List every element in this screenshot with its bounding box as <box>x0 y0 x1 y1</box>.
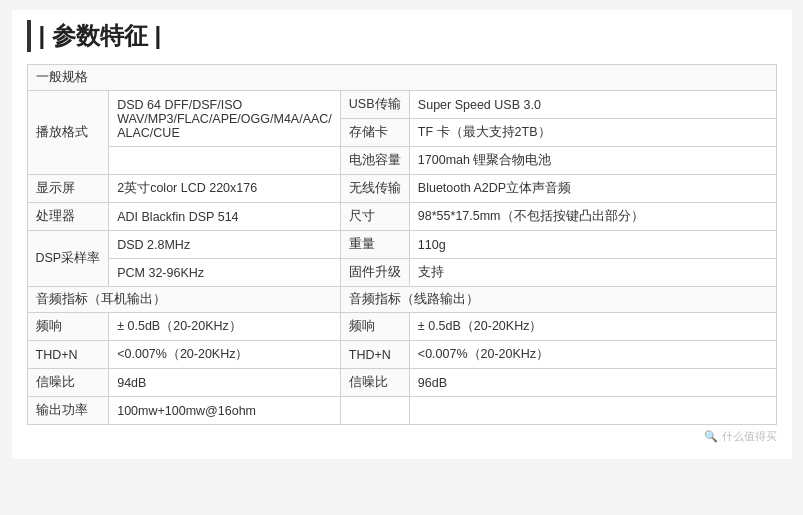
value-playformat1: DSD 64 DFF/DSF/ISOWAV/MP3/FLAC/APE/OGG/M… <box>109 91 341 147</box>
label-weight: 重量 <box>340 231 409 259</box>
page-container: | 参数特征 | 一般规格 播放格式 DSD 64 DFF/DSF/ISOWAV… <box>12 10 792 459</box>
label-snr-hp: 信噪比 <box>27 369 109 397</box>
value-dsd: DSD 2.8MHz <box>109 231 341 259</box>
value-usb: Super Speed USB 3.0 <box>409 91 776 119</box>
label-snr-line: 信噪比 <box>340 369 409 397</box>
label-display: 显示屏 <box>27 175 109 203</box>
table-row: 显示屏 2英寸color LCD 220x176 无线传输 Bluetooth … <box>27 175 776 203</box>
table-row: 频响 ± 0.5dB（20-20KHz） 频响 ± 0.5dB（20-20KHz… <box>27 313 776 341</box>
value-wireless: Bluetooth A2DP立体声音频 <box>409 175 776 203</box>
value-size: 98*55*17.5mm（不包括按键凸出部分） <box>409 203 776 231</box>
general-section-header: 一般规格 <box>27 65 776 91</box>
audio-section-header-row: 音频指标（耳机输出） 音频指标（线路输出） <box>27 287 776 313</box>
label-firmware: 固件升级 <box>340 259 409 287</box>
watermark-icon: 🔍 <box>704 430 718 442</box>
label-freq-hp: 频响 <box>27 313 109 341</box>
empty-cell1 <box>340 397 409 425</box>
value-freq-line: ± 0.5dB（20-20KHz） <box>409 313 776 341</box>
value-weight: 110g <box>409 231 776 259</box>
value-pcm: PCM 32-96KHz <box>109 259 341 287</box>
audio-line-header: 音频指标（线路输出） <box>340 287 776 313</box>
table-row: 电池容量 1700mah 锂聚合物电池 <box>27 147 776 175</box>
page-title: | 参数特征 | <box>27 20 777 52</box>
value-playformat-empty <box>109 147 341 175</box>
label-output-power: 输出功率 <box>27 397 109 425</box>
label-storage: 存储卡 <box>340 119 409 147</box>
label-thd-hp: THD+N <box>27 341 109 369</box>
label-thd-line: THD+N <box>340 341 409 369</box>
label-dsp: DSP采样率 <box>27 231 109 287</box>
value-processor: ADI Blackfin DSP 514 <box>109 203 341 231</box>
value-thd-line: <0.007%（20-20KHz） <box>409 341 776 369</box>
table-row: 播放格式 DSD 64 DFF/DSF/ISOWAV/MP3/FLAC/APE/… <box>27 91 776 119</box>
value-storage: TF 卡（最大支持2TB） <box>409 119 776 147</box>
table-row: DSP采样率 DSD 2.8MHz 重量 110g <box>27 231 776 259</box>
label-usb: USB传输 <box>340 91 409 119</box>
value-firmware: 支持 <box>409 259 776 287</box>
table-row: THD+N <0.007%（20-20KHz） THD+N <0.007%（20… <box>27 341 776 369</box>
label-wireless: 无线传输 <box>340 175 409 203</box>
label-processor: 处理器 <box>27 203 109 231</box>
watermark: 🔍 什么值得买 <box>27 429 777 444</box>
value-snr-line: 96dB <box>409 369 776 397</box>
empty-cell2 <box>409 397 776 425</box>
value-thd-hp: <0.007%（20-20KHz） <box>109 341 341 369</box>
value-output-power: 100mw+100mw@16ohm <box>109 397 341 425</box>
value-battery: 1700mah 锂聚合物电池 <box>409 147 776 175</box>
table-row: 输出功率 100mw+100mw@16ohm <box>27 397 776 425</box>
label-battery: 电池容量 <box>340 147 409 175</box>
table-row: PCM 32-96KHz 固件升级 支持 <box>27 259 776 287</box>
audio-headphone-header: 音频指标（耳机输出） <box>27 287 340 313</box>
table-row: 处理器 ADI Blackfin DSP 514 尺寸 98*55*17.5mm… <box>27 203 776 231</box>
table-row: 信噪比 94dB 信噪比 96dB <box>27 369 776 397</box>
value-snr-hp: 94dB <box>109 369 341 397</box>
label-freq-line: 频响 <box>340 313 409 341</box>
label-size: 尺寸 <box>340 203 409 231</box>
label-播放格式: 播放格式 <box>27 91 109 175</box>
value-freq-hp: ± 0.5dB（20-20KHz） <box>109 313 341 341</box>
specs-table: 一般规格 播放格式 DSD 64 DFF/DSF/ISOWAV/MP3/FLAC… <box>27 64 777 425</box>
value-display: 2英寸color LCD 220x176 <box>109 175 341 203</box>
